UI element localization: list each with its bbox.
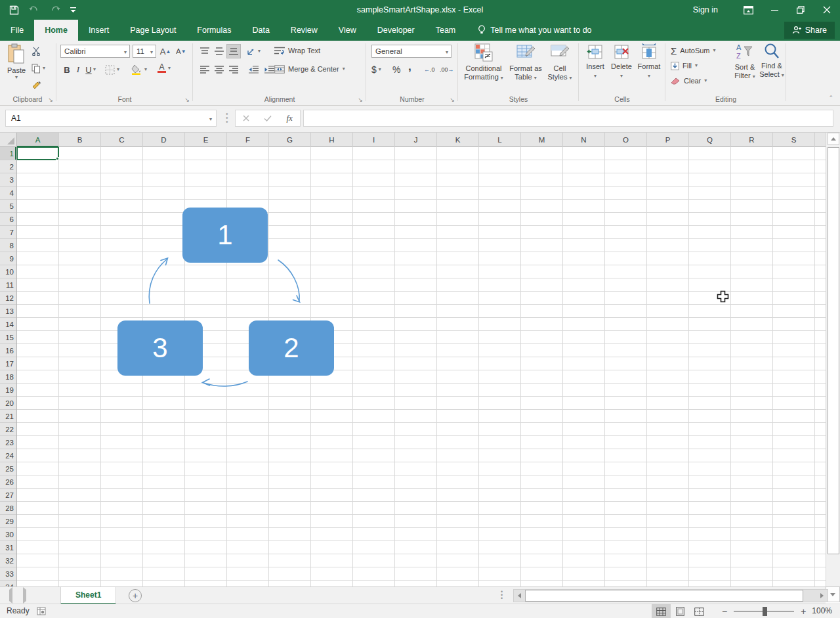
tab-view[interactable]: View	[328, 20, 367, 41]
fill-color-button[interactable]: ▾	[131, 63, 147, 76]
column-header-a[interactable]: A	[17, 133, 59, 147]
increase-indent-icon[interactable]	[262, 63, 276, 76]
tell-me-box[interactable]: Tell me what you want to do	[466, 20, 591, 41]
ribbon-display-options-icon[interactable]	[735, 0, 761, 20]
enter-icon[interactable]	[264, 115, 272, 121]
customize-qat-icon[interactable]	[70, 7, 76, 13]
cell-styles-button[interactable]: Cell Styles ▾	[543, 42, 576, 81]
insert-cells-button[interactable]: Insert▾	[583, 42, 608, 79]
align-right-icon[interactable]	[227, 63, 240, 76]
row-header-4[interactable]: 4	[0, 187, 16, 200]
alignment-dialog-launcher-icon[interactable]: ↘	[358, 97, 363, 103]
column-header-r[interactable]: R	[731, 133, 773, 147]
minimize-button[interactable]	[761, 0, 788, 20]
row-header-3[interactable]: 3	[0, 173, 16, 187]
conditional-formatting-button[interactable]: Conditional Formatting ▾	[461, 42, 507, 81]
fill-button[interactable]: Fill ▾	[671, 58, 698, 73]
tab-team[interactable]: Team	[425, 20, 467, 41]
column-header-g[interactable]: G	[269, 133, 311, 147]
fill-handle[interactable]	[56, 157, 59, 160]
row-header-1[interactable]: 1	[0, 147, 16, 160]
middle-align-icon[interactable]	[213, 45, 226, 58]
row-header-28[interactable]: 28	[0, 502, 16, 515]
format-cells-button[interactable]: Format▾	[637, 42, 662, 79]
row-header-31[interactable]: 31	[0, 541, 16, 554]
horizontal-scrollbar-thumb[interactable]	[525, 590, 803, 602]
smartart-shape-3[interactable]: 3	[117, 320, 203, 376]
underline-dropdown-icon[interactable]: ▾	[93, 63, 96, 76]
tab-home[interactable]: Home	[34, 20, 78, 41]
accounting-format-button[interactable]: $▾	[371, 63, 381, 76]
row-header-22[interactable]: 22	[0, 423, 16, 436]
horizontal-scrollbar[interactable]	[513, 589, 828, 602]
find-select-button[interactable]: Find & Select ▾	[759, 42, 785, 79]
autosum-button[interactable]: Σ AutoSum ▾	[671, 43, 716, 58]
column-header-i[interactable]: I	[353, 133, 395, 147]
row-header-25[interactable]: 25	[0, 462, 16, 475]
sign-in-link[interactable]: Sign in	[693, 5, 718, 14]
name-box-dropdown-icon[interactable]: ▾	[209, 117, 212, 122]
row-header-8[interactable]: 8	[0, 239, 16, 252]
row-header-27[interactable]: 27	[0, 489, 16, 502]
collapse-ribbon-icon[interactable]: ⌃	[828, 95, 833, 101]
number-format-combo[interactable]: General▾	[371, 45, 452, 58]
selected-cell-a1[interactable]	[17, 147, 59, 160]
column-header-j[interactable]: J	[395, 133, 437, 147]
select-all-corner[interactable]	[0, 133, 17, 147]
formula-bar-resize-handle[interactable]: •••	[226, 112, 228, 124]
vertical-scrollbar-thumb[interactable]	[828, 147, 839, 554]
row-header-9[interactable]: 9	[0, 252, 16, 265]
format-painter-icon[interactable]	[32, 79, 41, 92]
tab-insert[interactable]: Insert	[78, 20, 119, 41]
row-header-10[interactable]: 10	[0, 265, 16, 278]
restore-button[interactable]	[788, 0, 814, 20]
borders-button[interactable]: ▾	[105, 63, 119, 76]
tab-strip-resize-handle[interactable]: •••	[501, 590, 503, 600]
row-header-6[interactable]: 6	[0, 213, 16, 226]
sheet-nav-next-icon[interactable]	[23, 590, 26, 602]
orientation-icon[interactable]: ▾	[247, 45, 261, 58]
column-header-s[interactable]: S	[773, 133, 815, 147]
formula-input[interactable]	[303, 110, 833, 127]
new-sheet-button[interactable]: +	[129, 589, 142, 602]
smartart-shape-1[interactable]: 1	[182, 208, 268, 263]
column-header-p[interactable]: P	[647, 133, 689, 147]
italic-button[interactable]: I	[74, 63, 83, 76]
row-header-23[interactable]: 23	[0, 436, 16, 449]
zoom-in-button[interactable]: +	[801, 606, 806, 617]
percent-style-button[interactable]: %	[392, 63, 400, 76]
column-header-l[interactable]: L	[479, 133, 521, 147]
row-header-2[interactable]: 2	[0, 160, 16, 173]
row-header-7[interactable]: 7	[0, 226, 16, 239]
page-layout-view-button[interactable]	[671, 604, 690, 618]
tab-data[interactable]: Data	[242, 20, 280, 41]
column-header-o[interactable]: O	[605, 133, 647, 147]
column-header-n[interactable]: N	[563, 133, 605, 147]
column-header-f[interactable]: F	[227, 133, 269, 147]
decrease-decimal-icon[interactable]: .00→	[440, 63, 454, 76]
row-header-33[interactable]: 33	[0, 567, 16, 581]
comma-style-button[interactable]: ,	[408, 60, 411, 74]
decrease-font-size-icon[interactable]: A▼	[175, 45, 188, 58]
delete-cells-button[interactable]: Delete▾	[609, 42, 634, 79]
scroll-left-arrow[interactable]	[514, 590, 525, 602]
format-as-table-button[interactable]: Format as Table ▾	[508, 42, 543, 81]
page-break-preview-button[interactable]	[690, 604, 709, 618]
row-header-32[interactable]: 32	[0, 554, 16, 567]
column-header-m[interactable]: M	[521, 133, 563, 147]
bottom-align-icon[interactable]	[227, 45, 240, 58]
align-left-icon[interactable]	[198, 63, 211, 76]
row-header-16[interactable]: 16	[0, 344, 16, 357]
wrap-text-button[interactable]: Wrap Text	[274, 43, 320, 58]
zoom-out-button[interactable]: −	[722, 606, 727, 617]
bold-button[interactable]: B	[62, 63, 72, 76]
row-header-21[interactable]: 21	[0, 410, 16, 423]
scroll-right-arrow[interactable]	[816, 590, 828, 602]
font-name-combo[interactable]: Calibri▾	[60, 45, 130, 58]
zoom-level[interactable]: 100%	[812, 606, 832, 615]
column-header-k[interactable]: K	[437, 133, 479, 147]
zoom-slider[interactable]	[734, 611, 794, 612]
column-header-d[interactable]: D	[143, 133, 185, 147]
row-header-34[interactable]: 34	[0, 581, 16, 586]
cancel-icon[interactable]	[243, 115, 249, 121]
